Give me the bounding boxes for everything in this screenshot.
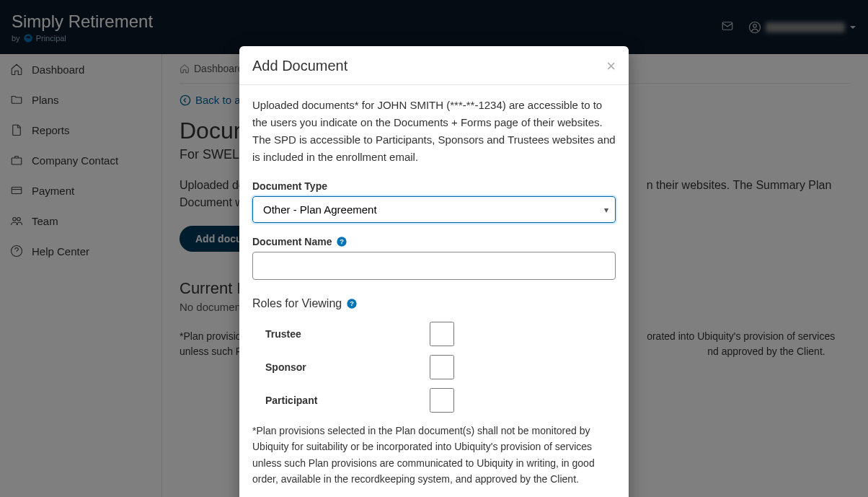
role-label: Participant [265, 395, 317, 406]
svg-text:?: ? [340, 238, 345, 245]
modal-intro: Uploaded documents* for JOHN SMITH (***-… [252, 97, 616, 166]
role-checkbox-participant[interactable] [430, 388, 454, 413]
document-type-label: Document Type [252, 180, 616, 192]
add-document-modal: Add Document × Uploaded documents* for J… [239, 46, 629, 497]
role-row-participant: Participant [252, 384, 454, 417]
help-circle-icon[interactable]: ? [336, 236, 347, 247]
document-type-select[interactable]: Other - Plan Agreement [252, 196, 616, 223]
help-circle-icon[interactable]: ? [346, 298, 358, 309]
roles-for-viewing-label: Roles for Viewing ? [252, 297, 616, 310]
role-row-sponsor: Sponsor [252, 351, 454, 384]
role-checkbox-trustee[interactable] [430, 322, 454, 346]
modal-title: Add Document [252, 58, 347, 74]
role-label: Trustee [265, 328, 301, 340]
close-icon[interactable]: × [606, 58, 616, 74]
modal-disclaimer: *Plan provisions selected in the Plan do… [252, 423, 616, 488]
roles-label-text: Roles for Viewing [252, 297, 342, 310]
doc-type-label-text: Document Type [252, 180, 327, 192]
role-label: Sponsor [265, 361, 306, 373]
doc-name-label-text: Document Name [252, 236, 332, 247]
svg-text:?: ? [350, 300, 354, 307]
document-name-label: Document Name ? [252, 236, 616, 247]
role-row-trustee: Trustee [252, 317, 454, 351]
document-name-input[interactable] [252, 252, 616, 280]
role-checkbox-sponsor[interactable] [430, 355, 454, 379]
